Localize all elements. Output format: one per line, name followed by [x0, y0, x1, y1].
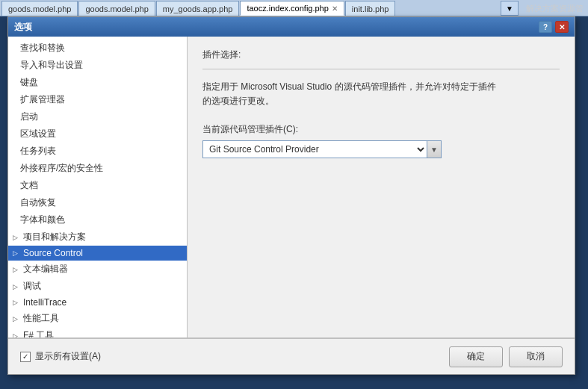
tree-item-extension[interactable]: 扩展管理器 [8, 91, 187, 108]
options-tree: 查找和替换 导入和导出设置 键盘 扩展管理器 启动 区域设置 任务列表 外接程序… [8, 37, 188, 337]
tab-init[interactable]: init.lib.php [345, 1, 396, 16]
tree-item-label: 外接程序/宏的安全性 [20, 162, 103, 175]
tab-bar: goods.model.php goods.model.php my_goods… [0, 0, 588, 16]
tree-item-fonts[interactable]: 字体和颜色 [8, 211, 187, 228]
tree-item-label: F# 工具 [23, 329, 54, 337]
dialog-help-button[interactable]: ? [539, 21, 552, 33]
dialog-title-bar: 选项 ? ✕ [8, 17, 575, 37]
plugin-dropdown[interactable]: Git Source Control Provider Visual Studi… [202, 140, 427, 158]
tree-item-label: Source Control [23, 248, 83, 258]
dialog-close-button[interactable]: ✕ [555, 21, 569, 33]
expand-arrow-icon: ▷ [13, 234, 20, 241]
show-all-checkbox[interactable]: ✓ [20, 352, 31, 362]
tab-label: goods.model.php [85, 4, 148, 13]
tree-item-label: 区域设置 [20, 128, 56, 140]
tree-item-label: 文本编辑器 [23, 263, 68, 276]
tab-label: goods.model.php [8, 4, 71, 13]
ok-button[interactable]: 确定 [449, 346, 503, 367]
tab-close-icon[interactable]: ✕ [332, 4, 338, 13]
expand-arrow-icon: ▷ [13, 315, 20, 323]
tree-item-tasklist[interactable]: 任务列表 [8, 143, 187, 160]
tree-item-source-control[interactable]: ▷ Source Control [8, 246, 187, 261]
expand-arrow-icon: ▷ [13, 283, 20, 290]
description-text: 指定用于 Microsoft Visual Studio 的源代码管理插件，并允… [202, 80, 501, 108]
dialog-title: 选项 [14, 21, 32, 34]
tree-item-intellitrace[interactable]: ▷ IntelliTrace [8, 295, 187, 310]
expand-arrow-icon: ▷ [13, 266, 20, 273]
tree-item-label: 自动恢复 [20, 196, 56, 209]
tab-label: my_goods.app.php [163, 4, 233, 13]
tree-item-debug[interactable]: ▷ 调试 [8, 278, 187, 295]
tree-item-label: 项目和解决方案 [23, 231, 86, 243]
tree-item-label: 文档 [20, 179, 38, 192]
dialog-body: 查找和替换 导入和导出设置 键盘 扩展管理器 启动 区域设置 任务列表 外接程序… [8, 37, 575, 337]
tab-arrow-btn[interactable]: ▼ [501, 1, 519, 16]
tab-goods-model2[interactable]: goods.model.php [78, 1, 155, 16]
tab-label: init.lib.php [352, 4, 389, 13]
tree-item-label: IntelliTrace [23, 297, 66, 308]
tree-item-autorecover[interactable]: 自动恢复 [8, 194, 187, 211]
tree-item-label: 导入和导出设置 [20, 59, 83, 72]
checkbox-label: 显示所有设置(A) [35, 350, 101, 363]
tree-item-find[interactable]: 查找和替换 [8, 40, 187, 57]
dropdown-wrapper: Git Source Control Provider Visual Studi… [202, 140, 442, 158]
content-area: 插件选择: 指定用于 Microsoft Visual Studio 的源代码管… [188, 37, 575, 337]
tab-taocz[interactable]: taocz.index.config.php ✕ [240, 1, 344, 16]
tree-item-locale[interactable]: 区域设置 [8, 125, 187, 143]
tree-item-label: 查找和替换 [20, 42, 65, 55]
section-title: 插件选择: [202, 49, 560, 61]
tree-item-fsharp[interactable]: ▷ F# 工具 [8, 327, 187, 337]
solution-explorer-label: 解决方案资源管 [522, 1, 588, 16]
tab-goods-model[interactable]: goods.model.php [1, 1, 78, 16]
separator [202, 69, 560, 69]
tree-item-label: 调试 [23, 280, 41, 293]
tree-item-project[interactable]: ▷ 项目和解决方案 [8, 228, 187, 246]
tree-item-keyboard[interactable]: 键盘 [8, 74, 187, 91]
field-label: 当前源代码管理插件(C): [202, 123, 560, 136]
tree-item-label: 扩展管理器 [20, 93, 65, 106]
dialog-title-controls: ? ✕ [539, 21, 569, 33]
tab-label: taocz.index.config.php [247, 4, 328, 13]
tree-item-startup[interactable]: 启动 [8, 108, 187, 125]
bottom-buttons: 确定 取消 [449, 346, 563, 367]
dialog-bottom: ✓ 显示所有设置(A) 确定 取消 [8, 338, 575, 374]
checkmark-icon: ✓ [22, 352, 28, 361]
tree-item-text-editor[interactable]: ▷ 文本编辑器 [8, 261, 187, 278]
tree-item-import[interactable]: 导入和导出设置 [8, 57, 187, 74]
expand-arrow-icon: ▷ [13, 249, 20, 257]
expand-arrow-icon: ▷ [13, 299, 20, 306]
tree-item-label: 键盘 [20, 76, 38, 89]
tree-item-label: 字体和颜色 [20, 214, 65, 226]
tree-item-label: 任务列表 [20, 145, 56, 158]
tree-item-label: 性能工具 [23, 312, 59, 325]
tree-item-docs[interactable]: 文档 [8, 177, 187, 194]
dropdown-arrow-button[interactable]: ▼ [427, 140, 442, 158]
tree-item-perf[interactable]: ▷ 性能工具 [8, 310, 187, 327]
expand-arrow-icon: ▷ [13, 332, 20, 338]
tab-my-goods[interactable]: my_goods.app.php [156, 1, 240, 16]
tree-item-label: 启动 [20, 111, 38, 123]
cancel-button[interactable]: 取消 [509, 346, 563, 367]
options-dialog: 选项 ? ✕ 查找和替换 导入和导出设置 键盘 扩展管理器 启动 [7, 16, 575, 375]
checkbox-area: ✓ 显示所有设置(A) [20, 350, 440, 363]
tree-item-addon[interactable]: 外接程序/宏的安全性 [8, 160, 187, 177]
